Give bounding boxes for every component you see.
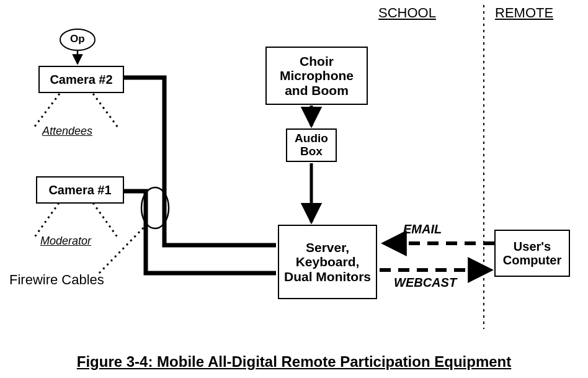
remote-header: REMOTE [495,5,553,21]
audio-box: Audio Box [286,128,337,162]
firewire-leader [99,223,148,273]
webcast-label: WEBCAST [394,276,457,290]
figure-caption: Figure 3-4: Mobile All-Digital Remote Pa… [0,353,588,371]
camera1-box: Camera #1 [36,176,124,204]
firewire-label: Firewire Cables [9,272,104,288]
diagram-stage: SCHOOL REMOTE Op Camera #2 Attendees Cam… [0,0,588,378]
op-label: Op [70,33,85,45]
email-label: EMAIL [403,222,442,236]
camera1-to-server [124,191,276,273]
camera2-box: Camera #2 [38,66,124,93]
camera2-fov-left [34,94,60,127]
user-computer-label: User's Computer [498,240,566,267]
camera1-label: Camera #1 [48,183,111,197]
server-box: Server, Keyboard, Dual Monitors [278,225,377,299]
user-computer-box: User's Computer [494,230,570,277]
server-label: Server, Keyboard, Dual Monitors [282,240,373,283]
camera2-label: Camera #2 [50,73,112,86]
school-header: SCHOOL [378,5,436,21]
attendees-label: Attendees [42,125,92,138]
camera2-fov-right [93,94,118,127]
moderator-label: Moderator [40,235,91,248]
camera1-fov-right [93,203,118,238]
choir-mic-box: Choir Microphone and Boom [265,47,368,105]
camera1-fov-left [34,203,59,238]
audio-box-label: Audio Box [290,132,333,158]
choir-mic-label: Choir Microphone and Boom [269,54,364,97]
